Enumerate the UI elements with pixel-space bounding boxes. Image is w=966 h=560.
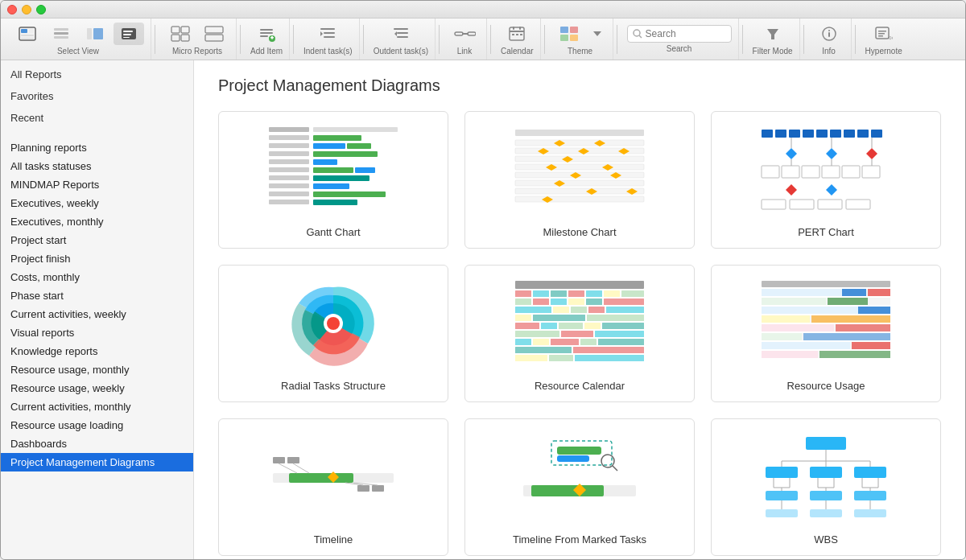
sidebar-item-recent[interactable]: Recent <box>1 107 193 129</box>
indent-icon <box>319 25 336 43</box>
sidebar-item-dashboards[interactable]: Dashboards <box>1 434 193 453</box>
sidebar-item-project-start[interactable]: Project start <box>1 231 193 249</box>
link-btn[interactable] <box>449 23 480 45</box>
filter-btn[interactable] <box>758 23 788 45</box>
outdent-btn[interactable] <box>386 23 416 45</box>
calendar-icon <box>508 25 526 43</box>
sidebar-item-executives-monthly[interactable]: Executives, monthly <box>1 212 193 231</box>
svg-rect-42 <box>516 34 518 35</box>
diagram-preview-milestone <box>507 121 652 218</box>
svg-rect-220 <box>531 485 604 496</box>
svg-rect-70 <box>313 159 337 165</box>
svg-rect-67 <box>269 151 309 156</box>
maximize-button[interactable] <box>36 5 46 14</box>
svg-rect-60 <box>269 127 309 132</box>
sidebar-item-all-tasks-statuses[interactable]: All tasks statuses <box>1 157 193 175</box>
minimize-button[interactable] <box>22 5 31 14</box>
diagram-preview-timeline-marked <box>507 429 652 525</box>
diagram-card-radial[interactable]: Radial Tasks Structure <box>218 265 448 402</box>
sidebar-item-costs-monthly[interactable]: Costs, monthly <box>1 268 193 286</box>
svg-rect-40 <box>519 27 521 30</box>
radial-chart-preview <box>285 279 382 368</box>
diagram-label-timeline-marked: Timeline From Marked Tasks <box>513 533 646 546</box>
info-label: Info <box>822 47 836 56</box>
svg-rect-167 <box>515 339 531 345</box>
indent-btn[interactable] <box>312 23 343 45</box>
sep-6 <box>490 25 491 54</box>
select-view-btn-1[interactable] <box>12 23 43 45</box>
micro-report-icon-2 <box>204 26 224 42</box>
svg-rect-181 <box>868 289 890 296</box>
sidebar-item-current-activities-weekly[interactable]: Current activities, weekly <box>1 305 193 323</box>
toolbar-group-indent: Indent task(s) <box>297 19 360 60</box>
svg-rect-119 <box>802 166 819 178</box>
svg-rect-64 <box>269 143 309 148</box>
svg-rect-142 <box>586 290 602 297</box>
svg-rect-158 <box>587 315 644 321</box>
sidebar-item-resource-usage-weekly[interactable]: Resource usage, weekly <box>1 379 193 397</box>
close-button[interactable] <box>7 5 17 14</box>
sidebar-item-mindmap-reports[interactable]: MINDMAP Reports <box>1 175 193 194</box>
toolbar-group-info: Info <box>807 19 852 60</box>
svg-rect-165 <box>561 331 593 337</box>
select-view-btn-2[interactable] <box>46 23 76 45</box>
diagram-card-timeline[interactable]: Timeline <box>218 418 448 556</box>
theme-dropdown-btn[interactable] <box>588 23 606 45</box>
sidebar-item-visual-reports[interactable]: Visual reports <box>1 323 193 342</box>
sidebar-item-current-activities-monthly[interactable]: Current activities, monthly <box>1 397 193 416</box>
sidebar-item-planning-reports[interactable]: Planning reports <box>1 138 193 157</box>
search-input[interactable] <box>646 28 726 39</box>
svg-rect-36 <box>462 33 469 35</box>
svg-rect-27 <box>324 32 335 34</box>
hypernote-btn[interactable]: ₀₀ <box>869 23 899 45</box>
svg-rect-147 <box>551 299 567 305</box>
diagram-card-pert[interactable]: PERT Chart <box>711 111 941 249</box>
sidebar-item-all-reports[interactable]: All Reports <box>1 64 193 85</box>
svg-rect-75 <box>313 175 369 181</box>
svg-rect-20 <box>260 29 273 31</box>
sidebar-item-knowledge-reports[interactable]: Knowledge reports <box>1 342 193 360</box>
sidebar-item-executives-weekly[interactable]: Executives, weekly <box>1 194 193 212</box>
svg-rect-113 <box>871 130 882 138</box>
svg-rect-17 <box>181 35 189 41</box>
sidebar-item-project-management-diagrams[interactable]: Project Management Diagrams <box>1 453 193 471</box>
select-view-btn-4[interactable] <box>114 23 144 45</box>
diagram-card-timeline-marked[interactable]: Timeline From Marked Tasks <box>464 418 695 556</box>
sidebar-item-favorites[interactable]: Favorites <box>1 85 193 107</box>
search-box[interactable] <box>627 25 732 43</box>
svg-rect-4 <box>21 38 34 39</box>
diagram-preview-resource-usage <box>753 275 898 372</box>
svg-rect-38 <box>510 31 524 32</box>
svg-rect-164 <box>515 331 559 337</box>
svg-rect-189 <box>762 315 810 323</box>
micro-report-btn-2[interactable] <box>199 23 229 45</box>
svg-rect-118 <box>782 166 799 178</box>
diagram-card-milestone[interactable]: Milestone Chart <box>464 111 695 249</box>
toolbar-group-add-item: Add Item <box>244 19 290 60</box>
theme-btn[interactable] <box>555 23 585 45</box>
sidebar-item-project-finish[interactable]: Project finish <box>1 249 193 268</box>
diagram-card-wbs[interactable]: WBS <box>711 418 941 556</box>
select-view-btn-3[interactable] <box>80 23 110 45</box>
sidebar-item-resource-usage-monthly[interactable]: Resource usage, monthly <box>1 360 193 379</box>
svg-rect-43 <box>520 34 522 35</box>
sidebar-item-resource-usage-loading[interactable]: Resource usage loading <box>1 416 193 434</box>
svg-rect-146 <box>533 299 549 305</box>
svg-rect-77 <box>313 183 349 189</box>
svg-rect-25 <box>271 36 273 39</box>
diagram-card-resource-calendar[interactable]: Resource Calendar <box>464 265 695 402</box>
sidebar-item-phase-start[interactable]: Phase start <box>1 286 193 305</box>
info-btn[interactable] <box>814 23 844 45</box>
view-icon-1 <box>19 27 36 41</box>
view-icon-4 <box>120 27 138 41</box>
svg-rect-192 <box>762 324 834 331</box>
svg-rect-7 <box>54 36 68 39</box>
diagram-card-gantt[interactable]: Gantt Chart <box>218 111 448 249</box>
svg-rect-180 <box>842 289 866 296</box>
svg-rect-9 <box>93 28 103 39</box>
micro-report-btn-1[interactable] <box>165 23 196 45</box>
calendar-btn[interactable] <box>502 23 532 45</box>
diagram-card-resource-usage[interactable]: Resource Usage <box>711 265 941 402</box>
add-item-btn[interactable] <box>251 23 282 45</box>
svg-rect-30 <box>394 28 408 30</box>
